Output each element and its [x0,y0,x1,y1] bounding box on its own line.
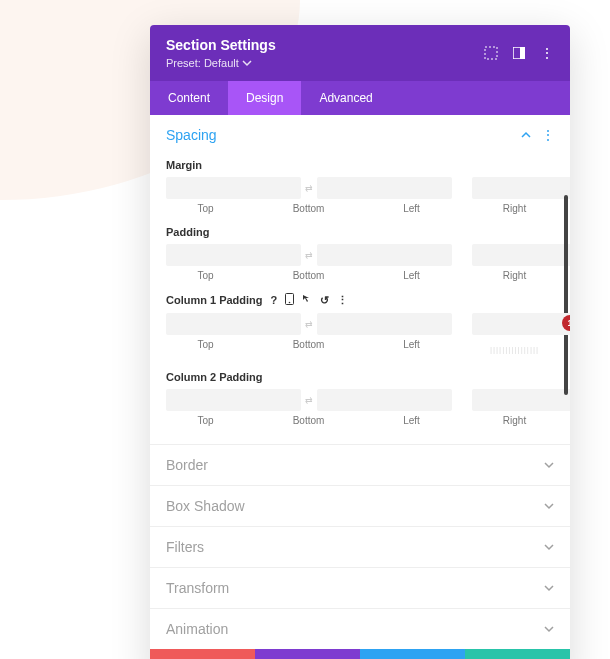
tab-design[interactable]: Design [228,81,301,115]
reset-icon[interactable]: ↺ [320,294,329,307]
cancel-button[interactable]: ✕ [150,649,255,659]
chevron-down-icon [544,583,554,593]
undo-button[interactable] [255,649,360,659]
chevron-up-icon[interactable] [521,130,531,140]
col2-bottom-input[interactable] [317,389,452,411]
col2-left-input[interactable] [472,389,570,411]
svg-point-4 [289,302,291,304]
save-button[interactable]: ✓ [465,649,570,659]
settings-panel: Section Settings Preset: Default ⋮ Conte… [150,25,570,659]
chevron-down-icon [544,501,554,511]
link-icon[interactable]: ⇄ [305,183,313,193]
snap-icon[interactable] [512,46,526,60]
margin-top-input[interactable] [166,177,301,199]
col1-padding-label: Column 1 Padding [166,294,263,306]
padding-bottom-input[interactable] [317,244,452,266]
padding-group: Padding ⇄ ⇄ Top Bottom Left [150,222,570,289]
link-icon[interactable]: ⇄ [305,395,313,405]
svg-rect-2 [520,47,525,59]
animation-section[interactable]: Animation [150,608,570,649]
col1-left-input[interactable] [472,313,570,335]
chevron-down-icon [544,460,554,470]
label-right: Right [475,203,554,214]
label-left: Left [372,203,451,214]
border-section[interactable]: Border [150,444,570,485]
col2-top-input[interactable] [166,389,301,411]
col2-padding-group: Column 2 Padding ⇄ ⇄ Top Bottom [150,367,570,434]
panel-footer: ✕ ✓ [150,649,570,659]
col1-padding-group: Column 1 Padding ? ↺ ⋮ ⇄ [150,289,570,367]
chevron-down-icon [242,58,252,68]
spacing-header[interactable]: Spacing ⋮ [150,115,570,155]
label-bottom: Bottom [269,203,348,214]
box-shadow-section[interactable]: Box Shadow [150,485,570,526]
field-more-icon[interactable]: ⋮ [337,294,348,307]
padding-top-input[interactable] [166,244,301,266]
tab-content[interactable]: Content [150,81,228,115]
svg-rect-0 [485,47,497,59]
link-icon[interactable]: ⇄ [305,319,313,329]
filters-section[interactable]: Filters [150,526,570,567]
panel-header: Section Settings Preset: Default ⋮ [150,25,570,81]
redo-button[interactable] [360,649,465,659]
expand-icon[interactable] [484,46,498,60]
padding-left-input[interactable] [472,244,570,266]
margin-group: Margin ⇄ ⇄ Top Bottom Left [150,155,570,222]
margin-bottom-input[interactable] [317,177,452,199]
spacing-title: Spacing [166,127,217,143]
margin-left-input[interactable] [472,177,570,199]
panel-title: Section Settings [166,37,276,53]
col2-padding-label: Column 2 Padding [166,371,554,383]
label-top: Top [166,203,245,214]
phone-icon[interactable] [285,293,294,307]
col1-top-input[interactable] [166,313,301,335]
transform-section[interactable]: Transform [150,567,570,608]
col1-right-slider[interactable]: |||||||||||||||| [475,339,554,359]
section-more-icon[interactable]: ⋮ [541,127,554,143]
chevron-down-icon [544,624,554,634]
tab-advanced[interactable]: Advanced [301,81,390,115]
hover-icon[interactable] [302,294,312,306]
col1-bottom-input[interactable] [317,313,452,335]
padding-label: Padding [166,226,554,238]
chevron-down-icon [544,542,554,552]
tabs: Content Design Advanced [150,81,570,115]
link-icon[interactable]: ⇄ [305,250,313,260]
preset-selector[interactable]: Preset: Default [166,57,276,69]
panel-body: Spacing ⋮ Margin ⇄ ⇄ [150,115,570,649]
more-icon[interactable]: ⋮ [540,46,554,60]
margin-label: Margin [166,159,554,171]
help-icon[interactable]: ? [271,294,278,306]
